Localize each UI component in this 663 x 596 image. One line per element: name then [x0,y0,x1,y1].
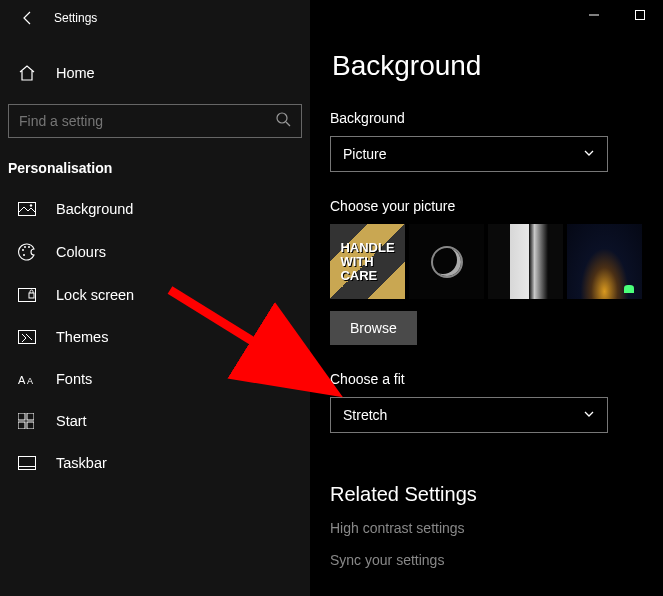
related-settings-title: Related Settings [330,483,643,506]
svg-rect-12 [18,413,25,420]
taskbar-icon [18,456,38,470]
svg-rect-14 [18,422,25,429]
page-title: Background [330,50,643,82]
nav-label: Fonts [56,371,92,387]
nav-start[interactable]: Start [0,400,310,442]
svg-rect-1 [19,203,36,216]
choose-picture-label: Choose your picture [330,198,643,214]
svg-rect-8 [29,293,34,298]
picture-icon [18,202,38,216]
nav-fonts[interactable]: AA Fonts [0,358,310,400]
themes-icon [18,330,38,344]
nav-background[interactable]: Background [0,188,310,230]
nav-label: Start [56,413,87,429]
picture-thumb[interactable] [567,224,642,299]
svg-point-2 [30,204,32,206]
fonts-icon: AA [18,372,38,386]
svg-point-0 [277,113,287,123]
related-link-contrast[interactable]: High contrast settings [330,520,643,536]
nav-label: Taskbar [56,455,107,471]
browse-button[interactable]: Browse [330,311,417,345]
nav-label: Background [56,201,133,217]
svg-point-5 [28,246,30,248]
picture-thumb[interactable] [409,224,484,299]
dropdown-value: Stretch [343,407,387,423]
app-title: Settings [54,11,97,25]
search-icon [275,111,291,131]
fit-dropdown[interactable]: Stretch [330,397,608,433]
picture-thumbnails [330,224,643,299]
back-button[interactable] [12,2,44,34]
home-label: Home [56,65,95,81]
start-icon [18,413,38,429]
palette-icon [18,243,38,261]
picture-thumb[interactable] [488,224,563,299]
search-input[interactable] [8,104,302,138]
svg-rect-16 [19,457,36,470]
svg-rect-7 [19,289,36,302]
minimize-button[interactable] [571,0,617,30]
nav-themes[interactable]: Themes [0,316,310,358]
background-label: Background [330,110,643,126]
svg-text:A: A [27,376,33,386]
section-title: Personalisation [0,138,310,188]
dropdown-value: Picture [343,146,387,162]
nav-colours[interactable]: Colours [0,230,310,274]
svg-rect-19 [636,11,645,20]
svg-rect-9 [19,331,36,344]
lockscreen-icon [18,288,38,302]
svg-text:A: A [18,374,26,386]
svg-rect-13 [27,413,34,420]
home-button[interactable]: Home [0,54,310,92]
svg-point-3 [22,249,24,251]
nav-label: Themes [56,329,108,345]
nav-label: Colours [56,244,106,260]
nav-lockscreen[interactable]: Lock screen [0,274,310,316]
nav-taskbar[interactable]: Taskbar [0,442,310,484]
search-field[interactable] [19,113,275,129]
chevron-down-icon [583,146,595,162]
home-icon [18,64,38,82]
fit-label: Choose a fit [330,371,643,387]
nav-label: Lock screen [56,287,134,303]
maximize-button[interactable] [617,0,663,30]
picture-thumb[interactable] [330,224,405,299]
chevron-down-icon [583,407,595,423]
background-dropdown[interactable]: Picture [330,136,608,172]
svg-point-6 [23,254,25,256]
svg-point-4 [24,246,26,248]
svg-rect-15 [27,422,34,429]
related-link-sync[interactable]: Sync your settings [330,552,643,568]
